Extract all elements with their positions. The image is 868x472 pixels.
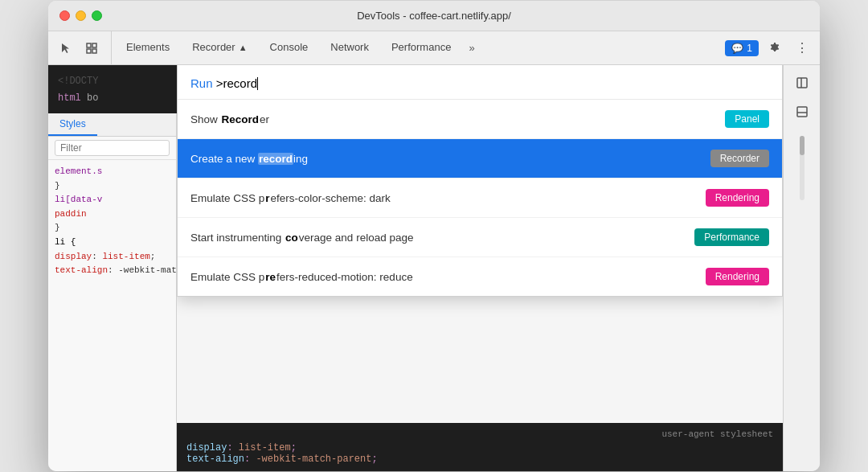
filter-input[interactable] xyxy=(55,140,170,156)
command-badge-create-recording[interactable]: Recorder xyxy=(710,150,769,167)
command-highlight-show-recorder: Record xyxy=(221,113,260,125)
scrollbar-area xyxy=(800,129,805,465)
titlebar: DevTools - coffee-cart.netlify.app/ xyxy=(48,1,820,31)
code-line-2: text-align: -webkit-match-parent; xyxy=(186,454,773,465)
filter-bar xyxy=(48,137,176,160)
command-highlight-create-recording: record xyxy=(258,153,293,165)
css-line-8: text-align: -webkit-match-parent; xyxy=(55,264,170,278)
maximize-button[interactable] xyxy=(92,10,102,21)
command-text-emulate-dark: Emulate CSS prefers-color-scheme: dark xyxy=(190,192,391,204)
command-input-display: Run >record xyxy=(190,76,258,90)
command-item-emulate-dark[interactable]: Emulate CSS prefers-color-scheme: darkRe… xyxy=(178,179,782,218)
tab-overflow[interactable]: » xyxy=(462,31,481,64)
css-line-2: } xyxy=(55,179,170,194)
svg-rect-0 xyxy=(87,43,91,47)
code-editor: <!DOCTY html bo xyxy=(48,65,177,113)
window-title: DevTools - coffee-cart.netlify.app/ xyxy=(357,10,511,22)
command-highlight-emulate-dark: r xyxy=(264,192,270,204)
dock-icon-1[interactable] xyxy=(791,72,813,94)
command-item-start-coverage[interactable]: Start instrumenting coverage and reload … xyxy=(178,218,782,257)
tab-performance[interactable]: Performance xyxy=(380,31,462,64)
cursor-icon[interactable] xyxy=(55,37,77,60)
svg-rect-4 xyxy=(797,78,807,88)
command-text-start-coverage: Start instrumenting coverage and reload … xyxy=(190,232,413,244)
code-line-1: display: list-item; xyxy=(186,442,773,454)
command-text-emulate-motion: Emulate CSS prefers-reduced-motion: redu… xyxy=(190,271,413,283)
command-items-list: Show RecorderPanelCreate a new recording… xyxy=(178,100,782,296)
css-line-1: element.s xyxy=(55,165,170,179)
user-agent-label: user-agent stylesheet xyxy=(186,429,773,442)
content-area: Run >record Show RecorderPanelCreate a n… xyxy=(177,65,783,471)
background-code: user-agent stylesheet display: list-item… xyxy=(177,423,783,471)
toolbar-right: 💬 1 ⋮ xyxy=(725,31,813,64)
tab-elements[interactable]: Elements xyxy=(115,31,181,64)
messages-badge-button[interactable]: 💬 1 xyxy=(725,40,759,56)
command-item-emulate-motion[interactable]: Emulate CSS prefers-reduced-motion: redu… xyxy=(178,257,782,296)
traffic-lights xyxy=(59,10,102,21)
inspect-icon[interactable] xyxy=(80,37,103,60)
css-line-3: li[data-v xyxy=(55,193,170,207)
command-badge-show-recorder[interactable]: Panel xyxy=(725,110,769,128)
styles-tabs: Styles xyxy=(48,113,176,137)
left-panel: <!DOCTY html bo Styles xyxy=(48,65,177,471)
svg-rect-6 xyxy=(797,107,807,117)
toolbar: Elements Recorder ▲ Console Network Perf… xyxy=(48,31,820,65)
devtools-window: DevTools - coffee-cart.netlify.app/ Elem… xyxy=(48,1,820,471)
editor-line-1: <!DOCTY xyxy=(48,73,177,90)
command-badge-start-coverage[interactable]: Performance xyxy=(694,228,769,246)
css-content: element.s } li[data-v paddin } li { disp xyxy=(48,160,176,283)
scrollbar-track[interactable] xyxy=(800,136,805,200)
recorder-icon: ▲ xyxy=(239,43,248,52)
main-area: <!DOCTY html bo Styles xyxy=(48,65,820,471)
more-options-button[interactable]: ⋮ xyxy=(791,37,813,60)
command-item-create-recording[interactable]: Create a new recordingRecorder xyxy=(178,139,782,179)
settings-button[interactable] xyxy=(764,37,786,60)
tab-network[interactable]: Network xyxy=(319,31,380,64)
command-input-value: >record xyxy=(216,76,257,90)
svg-rect-3 xyxy=(92,49,96,53)
command-input-area: Run >record xyxy=(178,65,782,100)
tab-recorder[interactable]: Recorder ▲ xyxy=(181,31,258,64)
tab-styles[interactable]: Styles xyxy=(48,113,97,136)
command-badge-emulate-dark[interactable]: Rendering xyxy=(706,189,769,207)
command-text-show-recorder: Show Recorder xyxy=(190,113,269,125)
message-icon: 💬 xyxy=(731,43,743,54)
cursor xyxy=(257,77,258,90)
minimize-button[interactable] xyxy=(76,10,86,21)
css-line-4: paddin xyxy=(55,207,170,222)
styles-section: Styles element.s } li[data-v paddin xyxy=(48,113,177,471)
css-line-7: display: list-item; xyxy=(55,250,170,265)
css-line-5: } xyxy=(55,221,170,236)
editor-line-2: html bo xyxy=(48,90,177,107)
close-button[interactable] xyxy=(59,10,70,21)
command-item-show-recorder[interactable]: Show RecorderPanel xyxy=(178,100,782,139)
command-badge-emulate-motion[interactable]: Rendering xyxy=(706,268,769,285)
svg-rect-1 xyxy=(92,43,96,47)
svg-rect-2 xyxy=(87,49,91,53)
command-palette: Run >record Show RecorderPanelCreate a n… xyxy=(177,65,783,297)
tab-console[interactable]: Console xyxy=(259,31,320,64)
toolbar-nav-icons xyxy=(55,31,112,64)
right-panel xyxy=(783,65,820,471)
command-highlight-start-coverage: co xyxy=(285,232,299,244)
dock-icon-2[interactable] xyxy=(791,101,813,123)
command-highlight-emulate-motion: re xyxy=(264,271,276,283)
css-line-6: li { xyxy=(55,236,170,250)
scrollbar-thumb[interactable] xyxy=(800,136,805,155)
command-text-create-recording: Create a new recording xyxy=(190,153,308,165)
run-label: Run xyxy=(190,76,213,90)
